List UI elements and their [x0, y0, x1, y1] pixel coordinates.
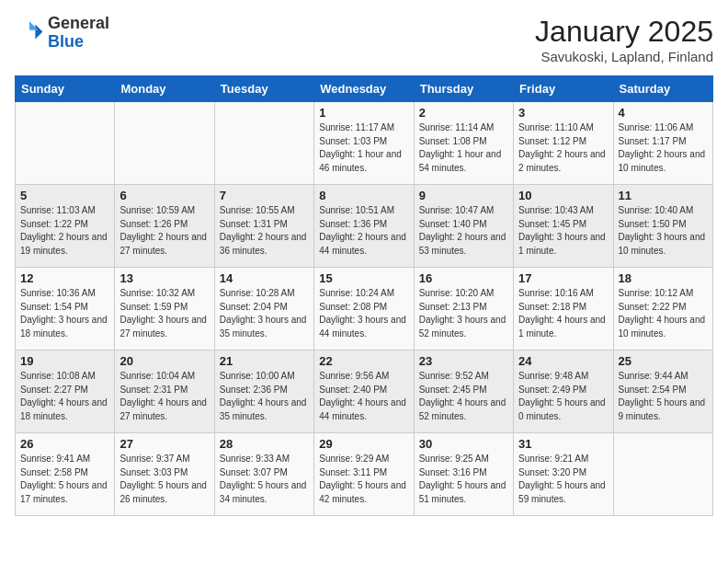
day-info: Sunrise: 9:25 AM Sunset: 3:16 PM Dayligh… [419, 453, 508, 506]
day-info: Sunrise: 10:36 AM Sunset: 1:54 PM Daylig… [20, 287, 109, 340]
day-info: Sunrise: 9:21 AM Sunset: 3:20 PM Dayligh… [518, 453, 608, 506]
calendar-cell: 27Sunrise: 9:37 AM Sunset: 3:03 PM Dayli… [115, 433, 214, 516]
header-row: SundayMondayTuesdayWednesdayThursdayFrid… [16, 76, 713, 102]
calendar-cell: 17Sunrise: 10:16 AM Sunset: 2:18 PM Dayl… [514, 268, 613, 350]
day-number: 4 [619, 106, 708, 120]
day-number: 1 [319, 106, 408, 120]
day-info: Sunrise: 11:06 AM Sunset: 1:17 PM Daylig… [619, 121, 708, 175]
calendar-cell: 9Sunrise: 10:47 AM Sunset: 1:40 PM Dayli… [414, 185, 513, 268]
calendar-week-5: 26Sunrise: 9:41 AM Sunset: 2:58 PM Dayli… [16, 433, 713, 516]
day-number: 31 [518, 437, 608, 451]
calendar-cell: 26Sunrise: 9:41 AM Sunset: 2:58 PM Dayli… [16, 433, 115, 516]
day-number: 20 [119, 354, 209, 368]
weekday-header-wednesday: Wednesday [314, 76, 414, 102]
day-info: Sunrise: 10:20 AM Sunset: 2:13 PM Daylig… [419, 287, 508, 340]
calendar-week-4: 19Sunrise: 10:08 AM Sunset: 2:27 PM Dayl… [16, 350, 713, 433]
day-number: 5 [20, 189, 109, 202]
calendar-cell: 4Sunrise: 11:06 AM Sunset: 1:17 PM Dayli… [613, 102, 712, 185]
day-info: Sunrise: 9:48 AM Sunset: 2:49 PM Dayligh… [518, 370, 608, 423]
logo-icon [15, 18, 44, 48]
day-info: Sunrise: 10:32 AM Sunset: 1:59 PM Daylig… [119, 287, 209, 340]
calendar-cell: 16Sunrise: 10:20 AM Sunset: 2:13 PM Dayl… [414, 268, 513, 350]
calendar-cell: 18Sunrise: 10:12 AM Sunset: 2:22 PM Dayl… [613, 268, 712, 350]
calendar-cell: 23Sunrise: 9:52 AM Sunset: 2:45 PM Dayli… [414, 350, 513, 433]
day-info: Sunrise: 10:43 AM Sunset: 1:45 PM Daylig… [518, 204, 608, 258]
calendar-cell: 12Sunrise: 10:36 AM Sunset: 1:54 PM Dayl… [16, 268, 115, 350]
day-info: Sunrise: 10:16 AM Sunset: 2:18 PM Daylig… [518, 287, 608, 340]
calendar-cell: 8Sunrise: 10:51 AM Sunset: 1:36 PM Dayli… [314, 185, 414, 268]
calendar-title: January 2025 [535, 15, 713, 49]
day-info: Sunrise: 9:56 AM Sunset: 2:40 PM Dayligh… [319, 370, 408, 423]
logo-text: General Blue [48, 15, 109, 52]
weekday-header-saturday: Saturday [613, 76, 712, 102]
day-info: Sunrise: 9:52 AM Sunset: 2:45 PM Dayligh… [419, 370, 508, 423]
day-number: 12 [20, 271, 109, 285]
day-number: 17 [518, 271, 608, 285]
calendar-cell: 10Sunrise: 10:43 AM Sunset: 1:45 PM Dayl… [514, 185, 613, 268]
day-number: 8 [319, 189, 408, 202]
day-info: Sunrise: 11:10 AM Sunset: 1:12 PM Daylig… [518, 121, 608, 175]
calendar-cell: 3Sunrise: 11:10 AM Sunset: 1:12 PM Dayli… [514, 102, 613, 185]
weekday-header-sunday: Sunday [16, 76, 115, 102]
day-number: 19 [20, 354, 109, 368]
calendar-cell: 13Sunrise: 10:32 AM Sunset: 1:59 PM Dayl… [115, 268, 214, 350]
day-number: 9 [419, 189, 508, 202]
day-info: Sunrise: 10:55 AM Sunset: 1:31 PM Daylig… [220, 204, 309, 258]
calendar-table: SundayMondayTuesdayWednesdayThursdayFrid… [15, 75, 713, 516]
day-info: Sunrise: 9:44 AM Sunset: 2:54 PM Dayligh… [619, 370, 708, 423]
calendar-subtitle: Savukoski, Lapland, Finland [535, 49, 713, 64]
calendar-cell: 25Sunrise: 9:44 AM Sunset: 2:54 PM Dayli… [613, 350, 712, 433]
calendar-cell: 7Sunrise: 10:55 AM Sunset: 1:31 PM Dayli… [214, 185, 313, 268]
day-number: 18 [619, 271, 708, 285]
day-number: 28 [220, 437, 309, 451]
day-info: Sunrise: 11:03 AM Sunset: 1:22 PM Daylig… [20, 204, 109, 258]
day-number: 10 [518, 189, 608, 202]
calendar-cell [613, 433, 712, 516]
weekday-header-monday: Monday [115, 76, 214, 102]
svg-marker-0 [35, 24, 42, 39]
weekday-header-thursday: Thursday [414, 76, 513, 102]
day-number: 11 [619, 189, 708, 202]
day-info: Sunrise: 10:40 AM Sunset: 1:50 PM Daylig… [619, 204, 708, 258]
day-number: 21 [220, 354, 309, 368]
logo: General Blue [15, 15, 109, 52]
day-number: 15 [319, 271, 408, 285]
calendar-cell [115, 102, 214, 185]
day-number: 16 [419, 271, 508, 285]
calendar-cell: 15Sunrise: 10:24 AM Sunset: 2:08 PM Dayl… [314, 268, 414, 350]
calendar-cell: 2Sunrise: 11:14 AM Sunset: 1:08 PM Dayli… [414, 102, 513, 185]
day-info: Sunrise: 11:14 AM Sunset: 1:08 PM Daylig… [419, 121, 508, 175]
day-number: 29 [319, 437, 408, 451]
day-number: 26 [20, 437, 109, 451]
day-info: Sunrise: 9:33 AM Sunset: 3:07 PM Dayligh… [220, 453, 309, 506]
day-info: Sunrise: 10:59 AM Sunset: 1:26 PM Daylig… [119, 204, 209, 258]
logo-blue-text: Blue [48, 33, 109, 52]
calendar-cell: 6Sunrise: 10:59 AM Sunset: 1:26 PM Dayli… [115, 185, 214, 268]
day-number: 30 [419, 437, 508, 451]
title-block: January 2025 Savukoski, Lapland, Finland [535, 15, 713, 64]
calendar-week-3: 12Sunrise: 10:36 AM Sunset: 1:54 PM Dayl… [16, 268, 713, 350]
calendar-cell: 29Sunrise: 9:29 AM Sunset: 3:11 PM Dayli… [314, 433, 414, 516]
weekday-header-friday: Friday [514, 76, 613, 102]
day-info: Sunrise: 10:24 AM Sunset: 2:08 PM Daylig… [319, 287, 408, 340]
page-header: General Blue January 2025 Savukoski, Lap… [15, 15, 713, 64]
day-info: Sunrise: 9:41 AM Sunset: 2:58 PM Dayligh… [20, 453, 109, 506]
calendar-body: 1Sunrise: 11:17 AM Sunset: 1:03 PM Dayli… [16, 102, 713, 516]
day-info: Sunrise: 10:47 AM Sunset: 1:40 PM Daylig… [419, 204, 508, 258]
day-number: 7 [220, 189, 309, 202]
day-info: Sunrise: 9:37 AM Sunset: 3:03 PM Dayligh… [119, 453, 209, 506]
day-info: Sunrise: 9:29 AM Sunset: 3:11 PM Dayligh… [319, 453, 408, 506]
weekday-header-tuesday: Tuesday [214, 76, 313, 102]
day-info: Sunrise: 10:28 AM Sunset: 2:04 PM Daylig… [220, 287, 309, 340]
calendar-week-1: 1Sunrise: 11:17 AM Sunset: 1:03 PM Dayli… [16, 102, 713, 185]
day-number: 22 [319, 354, 408, 368]
calendar-cell: 19Sunrise: 10:08 AM Sunset: 2:27 PM Dayl… [16, 350, 115, 433]
day-info: Sunrise: 10:00 AM Sunset: 2:36 PM Daylig… [220, 370, 309, 423]
calendar-week-2: 5Sunrise: 11:03 AM Sunset: 1:22 PM Dayli… [16, 185, 713, 268]
calendar-cell: 1Sunrise: 11:17 AM Sunset: 1:03 PM Dayli… [314, 102, 414, 185]
day-number: 2 [419, 106, 508, 120]
day-number: 6 [119, 189, 209, 202]
day-number: 24 [518, 354, 608, 368]
logo-general-text: General [48, 15, 109, 33]
calendar-header: SundayMondayTuesdayWednesdayThursdayFrid… [16, 76, 713, 102]
